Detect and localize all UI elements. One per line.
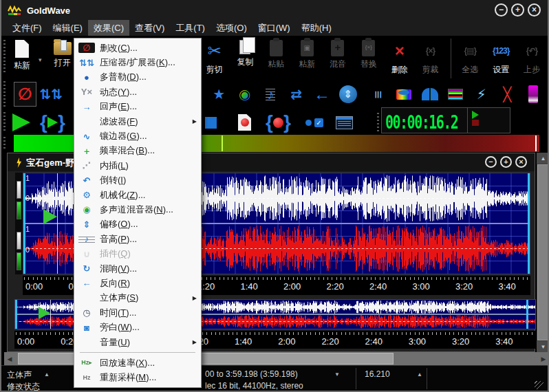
playback-position-marker[interactable] xyxy=(43,209,57,224)
menu-item[interactable]: ⇅⇅ 压缩器/扩展器(K)... ▶ xyxy=(74,55,201,69)
menu-item[interactable]: 滤波器(F) ▶ xyxy=(74,114,201,129)
overview-selection-start-marker[interactable] xyxy=(15,300,17,329)
menu-item[interactable]: ⇕ 偏移(O)... ▶ xyxy=(74,217,201,232)
scroll-down-icon[interactable]: ▼ xyxy=(537,341,549,352)
menu-item[interactable]: ◙ 旁白(W)... ▶ xyxy=(74,320,201,334)
toolbar-button[interactable]: 复制 xyxy=(230,39,261,78)
fx-doppler-icon: ★ xyxy=(213,86,225,102)
menu-item[interactable]: ▶ xyxy=(80,352,195,353)
toolbar-button[interactable]: 粘贴 xyxy=(261,39,291,78)
selection-start-marker[interactable] xyxy=(23,173,25,274)
effect-toolbar-button[interactable]: ← xyxy=(311,82,333,107)
menu-bar-item[interactable]: 工具(T) xyxy=(170,20,211,36)
effect-toolbar-button[interactable]: ⇕ xyxy=(336,82,358,107)
toolbar-button[interactable]: × 删除 xyxy=(385,39,415,78)
menu-item[interactable]: ↻ 混响(V)... ▶ xyxy=(74,261,201,276)
effect-toolbar-button[interactable] xyxy=(393,82,415,107)
channel-mode-toggle-icon[interactable]: ▲ xyxy=(44,371,50,378)
menu-bar-item[interactable]: 选项(O) xyxy=(211,20,252,36)
selection-toggle-icon[interactable]: ▼ xyxy=(334,371,340,378)
menu-item[interactable]: ∪ 插件(Q) ▶ xyxy=(74,246,201,261)
menu-item[interactable]: ↶ 倒转(I) ▶ xyxy=(74,173,201,188)
monitor-button[interactable]: ✓ xyxy=(305,110,323,135)
effect-toolbar-button[interactable] xyxy=(444,82,466,107)
menu-item[interactable]: 立体声(S) ▶ xyxy=(74,291,201,305)
position-toggle-icon[interactable]: ▲ xyxy=(417,371,422,378)
doc-minimize-button[interactable]: − xyxy=(485,156,497,168)
selection-end-marker[interactable] xyxy=(528,173,530,274)
channel-strip[interactable] xyxy=(15,173,23,274)
toolbar-button[interactable]: 替换 xyxy=(354,39,384,78)
stop-button[interactable] xyxy=(205,110,217,135)
toolbar-grip[interactable] xyxy=(3,81,6,107)
menu-item[interactable]: ＋ 频率混合(B)... ▶ xyxy=(74,144,201,158)
selection-range-value[interactable]: 00 to 3:59.198 (3:59.198) xyxy=(205,369,298,379)
maximize-button[interactable]: + xyxy=(511,3,524,17)
toolbar-grip[interactable] xyxy=(3,137,6,151)
menu-item[interactable]: 音量(U) ▶ xyxy=(74,335,201,349)
timeline-label: 2:00 xyxy=(283,281,301,292)
toolbar-button[interactable]: ✂ 剪切 xyxy=(200,39,230,78)
minimize-button[interactable]: − xyxy=(495,3,508,17)
scroll-left-icon[interactable]: ◀ xyxy=(4,352,15,365)
menu-bar-item[interactable]: 文件(F) xyxy=(7,20,47,36)
control-properties-button[interactable] xyxy=(336,110,353,135)
record-new-button[interactable] xyxy=(238,110,251,135)
menu-item[interactable]: ◉ 多声道混音器(N)... ▶ xyxy=(74,202,201,217)
overview-selection-end-marker[interactable] xyxy=(526,300,528,329)
effect-toolbar-button[interactable]: ★ xyxy=(208,82,230,107)
channel-mode-label[interactable]: 立体声 xyxy=(7,369,32,381)
menu-bar-item[interactable]: 窗口(W) xyxy=(252,20,296,36)
position-value[interactable]: 16.210 xyxy=(365,369,390,379)
toolbar-button[interactable]: 粘新 xyxy=(7,39,37,78)
record-selection-button[interactable]: {} xyxy=(266,110,291,135)
toolbar-button[interactable]: {▤} 全选 xyxy=(451,39,485,78)
menu-item[interactable]: ● 多普勒(D)... ▶ xyxy=(74,70,201,85)
menu-item[interactable]: ⋰ 内插(L) ▶ xyxy=(74,158,201,173)
menu-item[interactable]: ◷ 时间(T)... ▶ xyxy=(74,305,201,320)
play-button[interactable] xyxy=(12,110,30,135)
effect-toolbar-button[interactable] xyxy=(419,82,441,107)
toolbar-button[interactable]: 粘新 xyxy=(292,39,322,78)
effect-toolbar-button[interactable]: ⇅⇅ xyxy=(40,82,63,107)
menu-bar-item[interactable]: 效果(C) xyxy=(88,20,129,36)
menu-item[interactable]: Y× 动态(Y)... ▶ xyxy=(74,85,201,99)
menu-item[interactable]: ⚙ 机械化(Z)... ▶ xyxy=(74,188,201,202)
resize-grip[interactable] xyxy=(535,381,543,389)
menu-bar-item[interactable]: 查看(V) xyxy=(129,20,170,36)
effect-toolbar-button[interactable]: ⚡ xyxy=(471,82,493,107)
menu-bar-item[interactable]: 帮助(H) xyxy=(296,20,337,36)
toolbar-button[interactable]: {↶} 上步 xyxy=(517,39,547,78)
recent-files-dropdown-icon[interactable]: ▾ xyxy=(39,56,42,63)
menu-item[interactable]: → 回声(E)... ▶ xyxy=(74,100,201,114)
vertical-scrollbar[interactable]: ▲ ▼ xyxy=(537,153,549,352)
close-button[interactable]: × xyxy=(528,3,541,17)
effect-toolbar-button[interactable]: ≡ xyxy=(367,82,389,107)
toolbar-grip[interactable] xyxy=(3,40,6,74)
play-selection-button[interactable]: {} xyxy=(40,110,65,135)
vertical-scroll-thumb[interactable] xyxy=(537,164,549,340)
menu-item[interactable]: ∅ 删改(C)... ▶ xyxy=(74,41,201,55)
menu-item[interactable]: ♪ 音高(P)... ▶ xyxy=(74,232,201,246)
toolbar-button[interactable]: {×} 剪裁 xyxy=(416,39,446,78)
effect-toolbar-button[interactable]: ♪ xyxy=(259,82,281,107)
overview-position-marker[interactable] xyxy=(39,307,50,319)
menu-bar-item[interactable]: 编辑(E) xyxy=(47,20,88,36)
scroll-right-icon[interactable]: ▶ xyxy=(538,352,549,365)
menu-item[interactable]: Hz▸ 回放速率(X)... ▶ xyxy=(74,356,201,370)
effect-toolbar-button[interactable]: ◉ xyxy=(234,82,256,107)
effect-toolbar-button[interactable]: ⇄ xyxy=(285,82,307,107)
menu-item[interactable]: ← 反向(R) ▶ xyxy=(74,276,201,290)
toolbar-grip[interactable] xyxy=(3,112,6,133)
effect-toolbar-button[interactable]: ╳ xyxy=(496,82,518,107)
doc-maximize-button[interactable]: + xyxy=(500,156,512,168)
menu-item[interactable]: ∿ 镶边器(G)... ▶ xyxy=(74,129,201,143)
effect-toolbar-button[interactable] xyxy=(522,82,544,107)
effect-toolbar-button[interactable]: ∅ xyxy=(14,82,36,107)
scroll-up-icon[interactable]: ▲ xyxy=(537,153,549,164)
toolbar-button[interactable]: {123} 设置 xyxy=(486,39,516,78)
doc-close-button[interactable]: × xyxy=(515,156,527,168)
title-bar[interactable]: GoldWave − + × xyxy=(1,0,548,21)
toolbar-button[interactable]: 混音 xyxy=(323,39,353,78)
menu-item[interactable]: Hz 重新采样(M)... ▶ xyxy=(74,371,201,385)
